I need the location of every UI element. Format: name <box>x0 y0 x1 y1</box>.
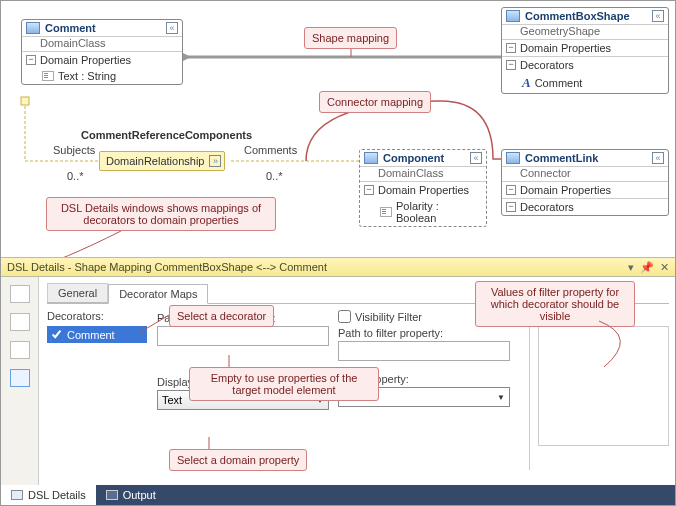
bottom-tab-output[interactable]: Output <box>96 485 166 505</box>
mult-left: 0..* <box>67 170 84 182</box>
decorator-label: Comment <box>535 77 583 89</box>
minus-icon[interactable]: − <box>506 60 516 70</box>
callout-dsl-details: DSL Details windows shows mappings of de… <box>46 197 276 231</box>
svg-rect-6 <box>21 97 29 105</box>
class-icon <box>364 152 378 164</box>
bottom-tabbar: DSL Details Output <box>1 485 675 505</box>
dsl-details-body: General Decorator Maps Decorators: Comme… <box>1 277 675 485</box>
side-tool-3[interactable] <box>10 341 30 359</box>
role-left: Subjects <box>53 144 95 156</box>
panel-icon <box>106 490 118 500</box>
relationship-title: CommentReferenceComponents <box>81 129 252 141</box>
chevron-down-icon: ▼ <box>497 393 505 402</box>
callout-select-domain-prop: Select a domain property <box>169 449 307 471</box>
section-label: Decorators <box>520 201 574 213</box>
dsl-details-titlebar: DSL Details - Shape Mapping CommentBoxSh… <box>1 257 675 277</box>
panel-icon <box>11 490 23 500</box>
node-title: Comment <box>45 22 96 34</box>
dropdown-icon[interactable]: ▾ <box>628 261 634 274</box>
minus-icon[interactable]: − <box>364 185 374 195</box>
callout-visibility-note: Values of filter property for which deco… <box>475 281 635 327</box>
dsl-main: General Decorator Maps Decorators: Comme… <box>39 277 675 485</box>
relationship-label: DomainRelationship <box>106 155 204 167</box>
svg-marker-1 <box>183 53 191 61</box>
node-title: Component <box>383 152 444 164</box>
node-subtitle: Connector <box>502 167 668 181</box>
node-subtitle: DomainClass <box>360 167 486 181</box>
section-label: Domain Properties <box>520 42 611 54</box>
collapse-icon[interactable]: « <box>652 152 664 164</box>
decorator-icon: A <box>522 75 531 91</box>
callout-shape-mapping: Shape mapping <box>304 27 397 49</box>
node-commentlink[interactable]: CommentLink « Connector −Domain Properti… <box>501 149 669 216</box>
property-icon <box>380 207 392 217</box>
section-label: Decorators <box>520 59 574 71</box>
visibility-filter-checkbox[interactable] <box>338 310 351 323</box>
node-title: CommentLink <box>525 152 598 164</box>
class-icon <box>26 22 40 34</box>
section-label: Domain Properties <box>378 184 469 196</box>
property-label: Text : String <box>58 70 116 82</box>
property-label: Polarity : Boolean <box>396 200 482 224</box>
decorator-item-comment[interactable]: Comment <box>47 326 147 343</box>
pin-icon[interactable]: 📌 <box>640 261 654 274</box>
node-commentboxshape[interactable]: CommentBoxShape « GeometryShape −Domain … <box>501 7 669 94</box>
dsl-sidebar <box>1 277 39 485</box>
collapse-icon[interactable]: « <box>166 22 178 34</box>
decorators-label: Decorators: <box>47 310 147 322</box>
input-path-display[interactable] <box>157 326 329 346</box>
role-right: Comments <box>244 144 297 156</box>
callout-empty-target: Empty to use properties of the target mo… <box>189 367 379 401</box>
bottom-tab-label: Output <box>123 489 156 501</box>
minus-icon[interactable]: − <box>26 55 36 65</box>
dsl-title: DSL Details - Shape Mapping CommentBoxSh… <box>7 261 327 273</box>
visibility-entries-list[interactable] <box>538 326 669 446</box>
minus-icon[interactable]: − <box>506 185 516 195</box>
tab-general[interactable]: General <box>47 283 108 303</box>
input-path-filter[interactable] <box>338 341 510 361</box>
decorator-checkbox[interactable] <box>50 328 63 341</box>
side-tool-2[interactable] <box>10 313 30 331</box>
tab-decorator-maps[interactable]: Decorator Maps <box>108 284 208 304</box>
minus-icon[interactable]: − <box>506 43 516 53</box>
decorator-item-label: Comment <box>67 329 115 341</box>
display-property-value: Text <box>162 394 182 406</box>
section-label: Domain Properties <box>520 184 611 196</box>
node-title: CommentBoxShape <box>525 10 630 22</box>
collapse-icon[interactable]: « <box>652 10 664 22</box>
node-comment[interactable]: Comment « DomainClass −Domain Properties… <box>21 19 183 85</box>
node-subtitle: GeometryShape <box>502 25 668 39</box>
label-path-filter: Path to filter property: <box>338 327 519 339</box>
node-subtitle: DomainClass <box>22 37 182 51</box>
side-tool-1[interactable] <box>10 285 30 303</box>
class-icon <box>506 152 520 164</box>
side-tool-4-active[interactable] <box>10 369 30 387</box>
expand-icon[interactable]: » <box>209 155 221 167</box>
bottom-tab-dsl[interactable]: DSL Details <box>1 485 96 505</box>
bottom-tab-label: DSL Details <box>28 489 86 501</box>
collapse-icon[interactable]: « <box>470 152 482 164</box>
property-icon <box>42 71 54 81</box>
visibility-filter-label: Visibility Filter <box>355 311 422 323</box>
callout-select-decorator: Select a decorator <box>169 305 274 327</box>
minus-icon[interactable]: − <box>506 202 516 212</box>
class-icon <box>506 10 520 22</box>
relationship-box[interactable]: DomainRelationship » <box>99 151 225 171</box>
mult-right: 0..* <box>266 170 283 182</box>
close-icon[interactable]: ✕ <box>660 261 669 274</box>
section-label: Domain Properties <box>40 54 131 66</box>
node-component[interactable]: Component « DomainClass −Domain Properti… <box>359 149 487 227</box>
callout-connector-mapping: Connector mapping <box>319 91 431 113</box>
diagram-canvas[interactable]: Comment « DomainClass −Domain Properties… <box>1 1 675 257</box>
